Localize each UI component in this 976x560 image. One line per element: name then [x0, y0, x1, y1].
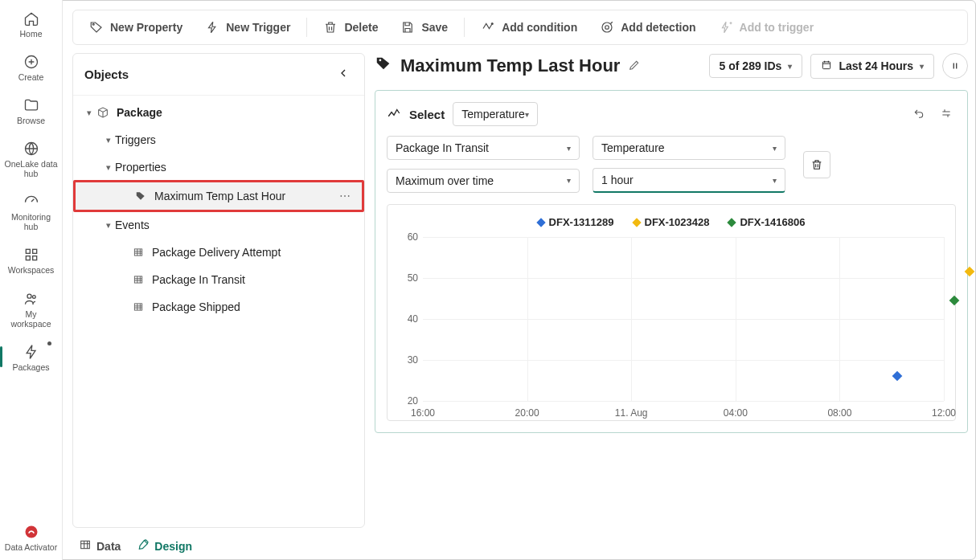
tree-event-item[interactable]: Package Shipped: [73, 293, 364, 321]
bolt-plus-icon: [719, 20, 733, 35]
data-point: [892, 371, 902, 382]
line-icon: [387, 106, 401, 123]
new-trigger-button[interactable]: New Trigger: [195, 15, 300, 39]
chevron-down-icon: ▾: [102, 220, 115, 231]
ids-label: 5 of 289 IDs: [720, 59, 782, 72]
gridline: [944, 237, 945, 401]
table-icon: [131, 247, 146, 258]
filter-aggregation-value: Maximum over time: [396, 174, 494, 187]
nav-packages[interactable]: Packages: [3, 338, 59, 375]
globe-icon: [23, 140, 40, 157]
chevron-down-icon: ▾: [788, 62, 792, 71]
tree-selected-property[interactable]: Maximum Temp Last Hour ⋯: [76, 182, 362, 210]
chevron-down-icon: ▾: [567, 176, 571, 185]
nav-data-activator[interactable]: Data Activator: [3, 518, 59, 555]
tree-properties[interactable]: ▾ Properties: [73, 153, 364, 181]
undo-button[interactable]: [909, 104, 929, 125]
filter-event-dropdown[interactable]: Package In Transit ▾: [387, 136, 580, 160]
filter-aggregation-dropdown[interactable]: Maximum over time ▾: [387, 169, 580, 193]
nav-myworkspace-label: My workspace: [5, 309, 58, 329]
nav-monitoring[interactable]: Monitoring hub: [3, 188, 59, 235]
svg-point-6: [27, 294, 31, 298]
select-metric-dropdown[interactable]: Temperature ▾: [453, 102, 538, 126]
more-button[interactable]: ⋯: [334, 190, 355, 202]
nav-onelake[interactable]: OneLake data hub: [3, 135, 59, 182]
time-range-label: Last 24 Hours: [839, 59, 913, 72]
nav-packages-label: Packages: [12, 362, 49, 372]
nav-myworkspace[interactable]: My workspace: [3, 285, 59, 332]
objects-title: Objects: [84, 67, 129, 81]
y-tick: 20: [400, 395, 418, 407]
filter-property-dropdown[interactable]: Temperature ▾: [593, 136, 785, 160]
y-tick: 50: [400, 272, 418, 284]
nav-home-label: Home: [19, 29, 42, 39]
nav-onelake-label: OneLake data hub: [5, 159, 58, 178]
tab-design[interactable]: Design: [137, 538, 192, 554]
indicator-dot-icon: [47, 341, 51, 345]
settings-button[interactable]: [937, 104, 956, 125]
x-tick: 08:00: [827, 407, 851, 419]
grid-icon: [23, 246, 40, 264]
svg-rect-13: [134, 249, 141, 255]
pause-button[interactable]: [942, 53, 968, 79]
bolt-small-icon: [205, 20, 219, 35]
tree-package[interactable]: ▾ Package: [73, 99, 364, 126]
table-icon: [131, 301, 146, 313]
legend-item: DFX-1023428: [634, 216, 710, 228]
x-tick: 11. Aug: [615, 407, 648, 419]
svg-rect-14: [134, 276, 141, 283]
tab-data-label: Data: [96, 540, 121, 553]
nav-rail: Home Create Browse OneLake data hub Moni…: [0, 0, 63, 560]
table-icon: [131, 274, 146, 285]
gridline: [631, 237, 632, 401]
add-detection-button[interactable]: Add detection: [590, 15, 705, 39]
delete-button[interactable]: Delete: [314, 15, 388, 39]
add-detection-label: Add detection: [621, 21, 695, 34]
tag-icon: [375, 55, 392, 77]
tag-icon: [89, 20, 104, 35]
chart-plot: 203040506016:0020:0011. Aug04:0008:0012:…: [423, 237, 944, 401]
nav-home[interactable]: Home: [3, 5, 59, 42]
tree-event-item[interactable]: Package In Transit: [73, 266, 364, 293]
calendar-icon: [821, 59, 832, 73]
save-button[interactable]: Save: [391, 15, 457, 39]
condition-icon: [481, 20, 495, 35]
save-icon: [400, 20, 415, 35]
page-title: Maximum Temp Last Hour: [400, 55, 620, 76]
tree-events[interactable]: ▾ Events: [73, 211, 364, 239]
add-condition-button[interactable]: Add condition: [471, 15, 587, 39]
nav-create[interactable]: Create: [3, 48, 59, 85]
plus-circle-icon: [23, 53, 40, 71]
collapse-panel-button[interactable]: [334, 63, 353, 85]
edit-title-button[interactable]: [628, 55, 641, 76]
chart-card: Select Temperature ▾ Package In Transit …: [375, 90, 968, 433]
tab-data[interactable]: Data: [79, 538, 121, 554]
ids-selector[interactable]: 5 of 289 IDs ▾: [709, 54, 803, 78]
cube-icon: [96, 106, 110, 119]
add-to-trigger-label: Add to trigger: [740, 21, 814, 34]
toolbar-divider: [464, 18, 465, 37]
nav-browse[interactable]: Browse: [3, 92, 59, 129]
tree-event-item[interactable]: Package Delivery Attempt: [73, 239, 364, 266]
tree-event-label: Package Shipped: [152, 300, 358, 313]
remove-filter-button[interactable]: [803, 151, 830, 178]
data-point: [965, 267, 975, 277]
x-tick: 20:00: [515, 407, 539, 419]
toolbar-divider: [306, 18, 307, 37]
filter-event-value: Package In Transit: [396, 141, 489, 154]
tree-triggers[interactable]: ▾ Triggers: [73, 126, 364, 153]
activator-icon: [23, 523, 40, 541]
folder-icon: [23, 96, 40, 114]
svg-point-12: [605, 26, 609, 30]
chevron-down-icon: ▾: [525, 110, 529, 119]
new-property-button[interactable]: New Property: [80, 15, 192, 39]
table-icon: [79, 538, 92, 554]
svg-rect-16: [81, 541, 90, 548]
legend-swatch-icon: [728, 218, 736, 227]
filter-window-dropdown[interactable]: 1 hour ▾: [593, 168, 785, 193]
tag-small-icon: [133, 190, 148, 202]
add-to-trigger-button: Add to trigger: [709, 15, 824, 39]
nav-workspaces[interactable]: Workspaces: [3, 241, 59, 278]
gridline: [423, 360, 944, 361]
time-range-selector[interactable]: Last 24 Hours ▾: [810, 54, 934, 79]
